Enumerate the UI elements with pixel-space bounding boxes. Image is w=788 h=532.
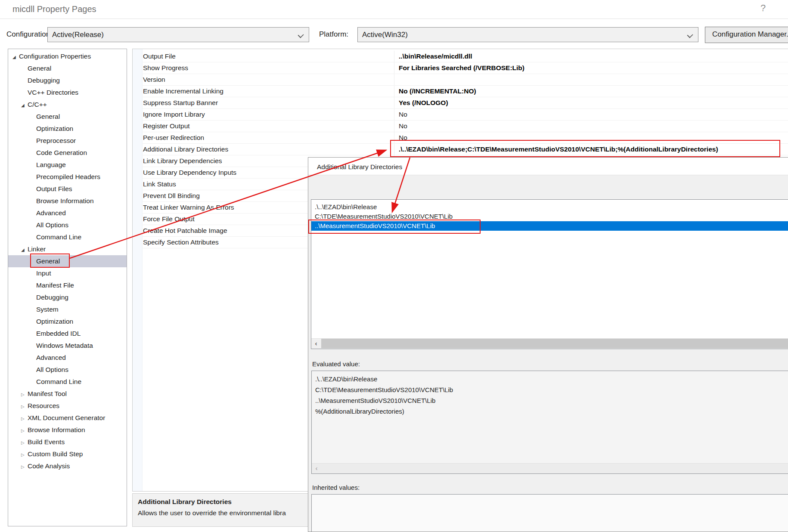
tree-item-linker[interactable]: Linker bbox=[8, 243, 127, 255]
configuration-combobox[interactable]: Active(Release) bbox=[47, 27, 309, 42]
platform-combobox-value: Active(Win32) bbox=[362, 31, 408, 39]
tree-item[interactable]: Command Line bbox=[8, 231, 127, 243]
evaluated-line: ..\MeasurementStudioVS2010\VCNET\Lib bbox=[315, 395, 788, 406]
tree-expander-icon[interactable] bbox=[21, 425, 28, 437]
property-value[interactable]: Yes (/NOLOGO) bbox=[394, 97, 788, 108]
tree-item[interactable]: All Options bbox=[8, 219, 127, 231]
page-title: micdll Property Pages bbox=[12, 4, 96, 14]
tree-expander-icon[interactable] bbox=[21, 389, 28, 401]
tree-item[interactable]: Command Line bbox=[8, 376, 127, 388]
scroll-left-icon[interactable]: ‹ bbox=[311, 339, 321, 348]
horizontal-scrollbar[interactable]: ‹ bbox=[312, 463, 788, 473]
tree-item-manifest-tool[interactable]: Manifest Tool bbox=[8, 388, 127, 400]
property-value[interactable]: ..\bin\Release/micdll.dll bbox=[394, 51, 788, 62]
evaluated-line: C:\TDE\MeasurementStudioVS2010\VCNET\Lib bbox=[315, 384, 788, 395]
tree-expander-icon[interactable] bbox=[12, 51, 19, 63]
tree-item[interactable]: Precompiled Headers bbox=[8, 171, 127, 183]
property-row-additional-library-directories[interactable]: Additional Library Directories.\..\EZAD\… bbox=[133, 144, 788, 155]
tree-item-resources[interactable]: Resources bbox=[8, 400, 127, 412]
tree-item-code-analysis[interactable]: Code Analysis bbox=[8, 460, 127, 472]
tree-item[interactable]: Optimization bbox=[8, 123, 127, 135]
evaluated-value-box[interactable]: .\..\EZAD\bin\Release C:\TDE\Measurement… bbox=[311, 371, 788, 474]
directories-list[interactable]: .\..\EZAD\bin\Release C:\TDE\Measurement… bbox=[311, 199, 788, 349]
property-pages-dialog: micdll Property Pages ? Configuration: A… bbox=[0, 0, 788, 532]
tree-item-configuration-properties[interactable]: Configuration Properties bbox=[8, 50, 127, 62]
tree-expander-icon[interactable] bbox=[21, 461, 28, 473]
header-divider bbox=[0, 19, 788, 19]
property-value[interactable]: No bbox=[394, 132, 788, 143]
tree-item[interactable]: Language bbox=[8, 159, 127, 171]
platform-combobox[interactable]: Active(Win32) bbox=[357, 27, 698, 42]
tree-item-xml-document-generator[interactable]: XML Document Generator bbox=[8, 412, 127, 424]
evaluated-line: %(AdditionalLibraryDirectories) bbox=[315, 406, 788, 417]
tree-expander-icon[interactable] bbox=[21, 413, 28, 425]
popup-toolbar bbox=[308, 175, 788, 200]
tree-item[interactable]: Code Generation bbox=[8, 147, 127, 159]
tree-item[interactable]: Advanced bbox=[8, 352, 127, 364]
tree-item-browse-information[interactable]: Browse Information bbox=[8, 424, 127, 436]
list-item-selected[interactable]: ..\MeasurementStudioVS2010\VCNET\Lib bbox=[311, 221, 788, 231]
additional-library-directories-popup: Additional Library Directories .\..\EZAD… bbox=[308, 157, 788, 532]
property-row[interactable]: Suppress Startup BannerYes (/NOLOGO) bbox=[133, 97, 788, 109]
scrollbar-thumb[interactable] bbox=[321, 339, 788, 348]
configuration-combobox-value: Active(Release) bbox=[52, 31, 104, 39]
property-value[interactable]: No (/INCREMENTAL:NO) bbox=[394, 86, 788, 97]
property-row[interactable]: Show ProgressFor Libraries Searched (/VE… bbox=[133, 62, 788, 74]
property-value[interactable]: No bbox=[394, 109, 788, 120]
tree-expander-icon[interactable] bbox=[21, 401, 28, 413]
chevron-down-icon bbox=[298, 32, 304, 38]
scroll-left-icon[interactable]: ‹ bbox=[312, 464, 321, 473]
tree-item[interactable]: Optimization bbox=[8, 315, 127, 328]
chevron-down-icon bbox=[687, 32, 693, 38]
property-row[interactable]: Per-user RedirectionNo bbox=[133, 132, 788, 144]
property-row[interactable]: Enable Incremental LinkingNo (/INCREMENT… bbox=[133, 86, 788, 97]
property-row[interactable]: Version bbox=[133, 74, 788, 86]
tree-item-vc-directories[interactable]: VC++ Directories bbox=[8, 87, 127, 99]
tree-item[interactable]: All Options bbox=[8, 364, 127, 376]
tree-item[interactable]: Advanced bbox=[8, 207, 127, 219]
tree-item[interactable]: Manifest File bbox=[8, 279, 127, 291]
tree-expander-icon[interactable] bbox=[21, 437, 28, 449]
help-icon[interactable]: ? bbox=[760, 3, 766, 14]
tree-expander-icon[interactable] bbox=[21, 449, 28, 461]
tree-item[interactable]: Debugging bbox=[8, 291, 127, 303]
tree-item[interactable]: Preprocessor bbox=[8, 135, 127, 147]
tree-item-linker-general[interactable]: General bbox=[8, 255, 127, 267]
tree-item-debugging[interactable]: Debugging bbox=[8, 74, 127, 87]
tree-item-c-cpp[interactable]: C/C++ bbox=[8, 99, 127, 111]
configuration-label: Configuration: bbox=[6, 30, 52, 39]
tree-item[interactable]: Output Files bbox=[8, 183, 127, 195]
tree-item[interactable]: Browse Information bbox=[8, 195, 127, 207]
horizontal-scrollbar[interactable]: ‹ bbox=[311, 338, 788, 349]
inherited-values-box[interactable] bbox=[311, 494, 788, 532]
evaluated-value-label: Evaluated value: bbox=[312, 360, 360, 368]
list-item[interactable]: C:\TDE\MeasurementStudioVS2010\VCNET\Lib bbox=[311, 212, 788, 221]
tree-item[interactable]: Embedded IDL bbox=[8, 328, 127, 340]
tree-item[interactable]: General bbox=[8, 111, 127, 123]
tree-item-custom-build-step[interactable]: Custom Build Step bbox=[8, 448, 127, 460]
popup-title: Additional Library Directories bbox=[308, 158, 788, 175]
properties-tree: Configuration Properties General Debuggi… bbox=[8, 49, 127, 526]
property-value[interactable]: .\..\EZAD\bin\Release;C:\TDE\Measurement… bbox=[394, 144, 788, 155]
list-item[interactable]: .\..\EZAD\bin\Release bbox=[311, 202, 788, 212]
configuration-manager-button[interactable]: Configuration Manager... bbox=[705, 27, 788, 43]
evaluated-line: .\..\EZAD\bin\Release bbox=[315, 374, 788, 384]
inherited-values-label: Inherited values: bbox=[312, 484, 360, 491]
tree-item[interactable]: Input bbox=[8, 267, 127, 279]
tree-item[interactable]: System bbox=[8, 303, 127, 315]
property-row[interactable]: Ignore Import LibraryNo bbox=[133, 109, 788, 121]
property-value[interactable]: For Libraries Searched (/VERBOSE:Lib) bbox=[394, 62, 788, 74]
tree-expander-icon[interactable] bbox=[21, 99, 28, 111]
tree-item[interactable]: Windows Metadata bbox=[8, 340, 127, 352]
tree-expander-icon[interactable] bbox=[21, 244, 28, 256]
property-value[interactable]: No bbox=[394, 121, 788, 132]
property-row[interactable]: Register OutputNo bbox=[133, 121, 788, 132]
property-value[interactable] bbox=[394, 74, 788, 85]
tree-item-build-events[interactable]: Build Events bbox=[8, 436, 127, 448]
property-row[interactable]: Output File..\bin\Release/micdll.dll bbox=[133, 51, 788, 62]
platform-label: Platform: bbox=[319, 30, 348, 39]
tree-item-general[interactable]: General bbox=[8, 62, 127, 74]
